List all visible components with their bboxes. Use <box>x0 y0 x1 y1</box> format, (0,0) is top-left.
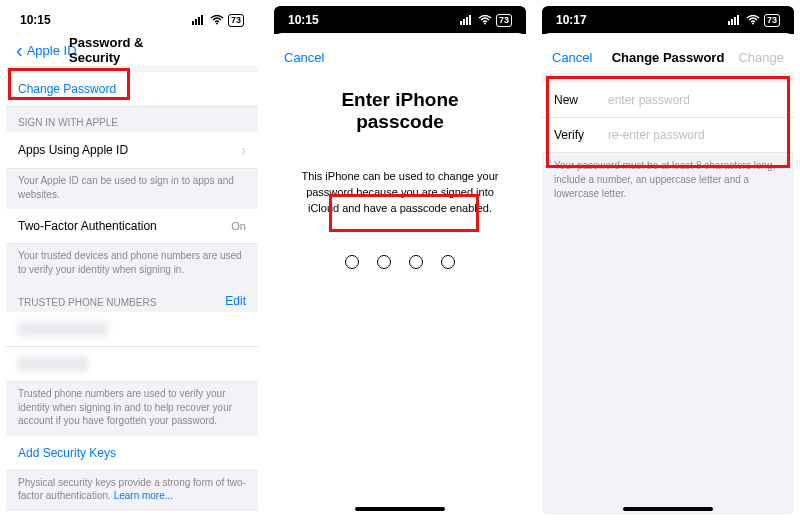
status-bar: 10:17 73 <box>542 6 794 34</box>
keys-footer: Physical security keys provide a strong … <box>6 471 258 511</box>
cancel-button[interactable]: Cancel <box>552 50 592 65</box>
signal-icon <box>460 15 474 25</box>
home-indicator[interactable] <box>355 507 445 511</box>
trusted-footer: Trusted phone numbers are used to verify… <box>6 382 258 436</box>
svg-rect-11 <box>731 19 733 25</box>
home-indicator[interactable] <box>623 507 713 511</box>
svg-point-14 <box>752 23 754 25</box>
svg-rect-0 <box>192 21 194 25</box>
status-right: 73 <box>728 14 780 27</box>
redacted-phone <box>18 357 88 371</box>
new-password-row: New <box>542 83 794 118</box>
apps-footer: Your Apple ID can be used to sign in to … <box>6 169 258 209</box>
status-time: 10:15 <box>288 13 319 27</box>
passcode-sheet: Enter iPhone passcode This iPhone can be… <box>274 73 526 515</box>
cancel-button[interactable]: Cancel <box>284 50 324 65</box>
svg-rect-7 <box>466 17 468 25</box>
wifi-icon <box>478 15 492 25</box>
two-factor-cell[interactable]: Two-Factor AuthenticationOn <box>6 209 258 244</box>
passcode-digit <box>409 255 423 269</box>
svg-point-9 <box>484 23 486 25</box>
passcode-digit <box>377 255 391 269</box>
nav-header: Cancel <box>274 41 526 73</box>
svg-rect-10 <box>728 21 730 25</box>
svg-rect-2 <box>198 17 200 25</box>
phone-enter-passcode: 10:15 73 Cancel Enter iPhone passcode Th… <box>274 6 526 515</box>
nav-header: Apple ID Password & Security <box>6 34 258 66</box>
account-recovery-cell[interactable]: Account Recovery› <box>6 511 258 516</box>
trusted-number-cell-2[interactable] <box>6 347 258 382</box>
nav-header: Cancel Change Password Change <box>542 41 794 73</box>
phone-change-password: 10:17 73 Cancel Change Password Change N… <box>542 6 794 515</box>
change-button[interactable]: Change <box>738 50 784 65</box>
learn-more-link[interactable]: Learn more... <box>114 490 173 501</box>
passcode-body: This iPhone can be used to change your p… <box>296 169 504 217</box>
passcode-heading: Enter iPhone passcode <box>296 89 504 133</box>
group-header-trusted: TRUSTED PHONE NUMBERSEdit <box>6 284 258 312</box>
svg-rect-1 <box>195 19 197 25</box>
phone-password-security: 10:15 73 Apple ID Password & Security Ch… <box>6 6 258 515</box>
status-time: 10:17 <box>556 13 587 27</box>
chevron-right-icon: › <box>241 142 246 158</box>
back-button[interactable]: Apple ID <box>16 43 77 58</box>
wifi-icon <box>746 15 760 25</box>
verify-password-input[interactable] <box>608 128 782 142</box>
status-right: 73 <box>192 14 244 27</box>
passcode-digit <box>345 255 359 269</box>
signal-icon <box>728 15 742 25</box>
settings-list: Change Password SIGN IN WITH APPLE Apps … <box>6 66 258 515</box>
battery-icon: 73 <box>228 14 244 27</box>
two-factor-value: On <box>231 220 246 232</box>
passcode-digit <box>441 255 455 269</box>
signal-icon <box>192 15 206 25</box>
page-title: Change Password <box>612 50 725 65</box>
svg-point-4 <box>216 23 218 25</box>
svg-rect-12 <box>734 17 736 25</box>
battery-icon: 73 <box>764 14 780 27</box>
change-password-form: New Verify Your password must be at leas… <box>542 73 794 515</box>
twofa-footer: Your trusted devices and phone numbers a… <box>6 244 258 284</box>
new-label: New <box>554 93 608 107</box>
new-password-input[interactable] <box>608 93 782 107</box>
passcode-digits[interactable] <box>296 245 504 279</box>
group-header-signin: SIGN IN WITH APPLE <box>6 107 258 132</box>
apps-using-appleid-cell[interactable]: Apps Using Apple ID› <box>6 132 258 169</box>
page-title: Password & Security <box>69 35 195 65</box>
svg-rect-8 <box>469 15 471 25</box>
status-bar: 10:15 73 <box>6 6 258 34</box>
edit-button[interactable]: Edit <box>225 294 246 308</box>
add-security-keys-cell[interactable]: Add Security Keys <box>6 436 258 471</box>
trusted-number-cell-1[interactable] <box>6 312 258 347</box>
svg-rect-5 <box>460 21 462 25</box>
svg-rect-6 <box>463 19 465 25</box>
wifi-icon <box>210 15 224 25</box>
verify-label: Verify <box>554 128 608 142</box>
status-time: 10:15 <box>20 13 51 27</box>
status-bar: 10:15 73 <box>274 6 526 34</box>
change-password-cell[interactable]: Change Password <box>6 72 258 107</box>
battery-icon: 73 <box>496 14 512 27</box>
redacted-phone <box>18 322 108 336</box>
svg-rect-13 <box>737 15 739 25</box>
password-hint: Your password must be at least 8 charact… <box>542 153 794 207</box>
svg-rect-3 <box>201 15 203 25</box>
verify-password-row: Verify <box>542 118 794 153</box>
status-right: 73 <box>460 14 512 27</box>
